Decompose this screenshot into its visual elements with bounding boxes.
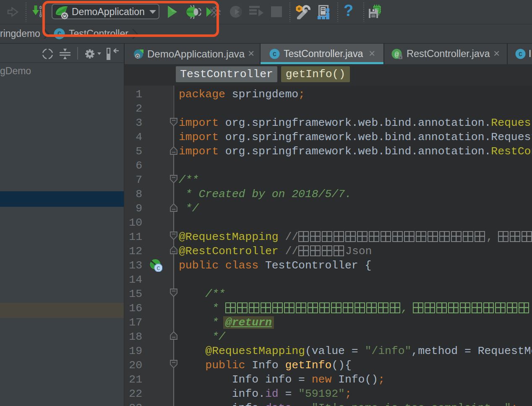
svg-text:C: C [156,265,160,272]
svg-text:@: @ [394,51,399,59]
svg-text:C: C [273,51,276,58]
svg-text:0: 0 [39,13,42,17]
svg-text:C: C [519,51,522,58]
